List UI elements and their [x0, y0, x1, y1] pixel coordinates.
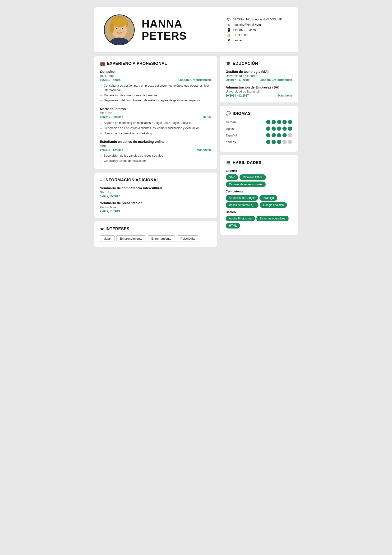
avatar	[104, 15, 135, 45]
education-icon: 🎓	[226, 61, 231, 66]
contact-phone: 📱 +44 1872 123456	[227, 28, 288, 32]
job-2-bullets: Soporte en marketing de resultados: Goog…	[100, 121, 211, 136]
lang-french: francés	[226, 140, 292, 144]
job-1: Consultor BC Group 09/2019 - ahora Londo…	[100, 70, 211, 103]
skill-tag: Microsoft Office	[240, 174, 266, 180]
interest-tags: viajar Emprendimiento Entrenamiento Psic…	[100, 235, 211, 242]
interests-title: ★ INTERESES	[100, 226, 211, 232]
job-3: Estudiante en activo de marketing online…	[100, 140, 211, 163]
interests-card: ★ INTERESES viajar Emprendimiento Entren…	[94, 221, 217, 247]
edu-1: Gestión de tecnología (MA) Universidad d…	[226, 70, 292, 82]
phone-icon: 📱	[227, 28, 231, 32]
skills-expert-tags: SAP Microsoft Office Canales de redes so…	[226, 174, 292, 187]
edu-1-meta: 09/2017 - 07/2019 London, Großbritannien	[226, 78, 292, 82]
skill-tag: Anuncios de Google	[226, 195, 258, 201]
additional-title: ≡ INFORMACIÓN ADICIONAL	[100, 178, 211, 183]
languages-icon: 💬	[226, 111, 231, 116]
contact-email: ✉ hannaha@gmail.com	[227, 23, 288, 27]
skills-title: 💻 HABILIDADES	[226, 160, 292, 165]
skill-tag: HTML	[226, 223, 240, 228]
additional-1: Seminario de competencia intercultural S…	[100, 186, 211, 198]
experience-icon: 💼	[100, 61, 105, 66]
edu-2-meta: 10/2013 - 02/2017 Mannheim	[226, 94, 292, 97]
interest-tag-1: viajar	[100, 235, 114, 242]
birthday-icon: 🎂	[227, 33, 231, 37]
additional-2: Seminario de presentación Hochschule 2 d…	[100, 201, 211, 213]
svg-point-5	[109, 23, 114, 33]
contact-birthday: 🎂 01.01.1989	[227, 33, 288, 37]
edu-2: Administración de Empresas (BA) Universi…	[226, 85, 292, 97]
experience-card: 💼 EXPERIENCIA PROFESIONAL Consultor BC G…	[94, 56, 217, 169]
additional-icon: ≡	[100, 178, 102, 183]
skill-tag: Canales de redes sociales	[226, 182, 266, 187]
contact-address: 🏠 58 Clifton Hill, London NW8 0QG, UK	[227, 18, 288, 21]
name-block: HANNA PETERS	[142, 18, 220, 42]
lang-spanish: Español	[226, 133, 292, 137]
header-card: HANNA PETERS 🏠 58 Clifton Hill, London N…	[94, 7, 298, 53]
lang-spanish-dots	[266, 133, 292, 137]
skill-tag: SAP	[226, 174, 238, 180]
experience-title: 💼 EXPERIENCIA PROFESIONAL	[100, 61, 211, 66]
interests-icon: ★	[100, 226, 104, 232]
lang-english: inglés	[226, 126, 292, 131]
left-column: 💼 EXPERIENCIA PROFESIONAL Consultor BC G…	[94, 56, 217, 247]
contact-block: 🏠 58 Clifton Hill, London NW8 0QG, UK ✉ …	[227, 18, 288, 42]
svg-point-8	[116, 28, 117, 29]
skills-competent-tags: Anuncios de Google InDesign Bases de dat…	[226, 195, 292, 208]
interest-tag-3: Entrenamiento	[148, 235, 175, 242]
education-card: 🎓 EDUCACIÓN Gestión de tecnología (MA) U…	[220, 56, 298, 103]
additional-card: ≡ INFORMACIÓN ADICIONAL Seminario de com…	[94, 172, 217, 218]
languages-card: 💬 IDIOMAS alemán inglés	[220, 106, 298, 152]
svg-point-11	[113, 30, 115, 32]
skill-tag: InDesign	[259, 195, 277, 201]
lang-english-dots	[266, 126, 292, 131]
address-icon: 🏠	[227, 18, 231, 21]
skill-tag: Sistemas operativos	[256, 216, 289, 221]
job-1-bullets: Consultoría de gestión para empresas del…	[100, 84, 211, 103]
job-3-meta: 07/2015 - 12/2016 Mannheim	[100, 148, 211, 152]
right-column: 🎓 EDUCACIÓN Gestión de tecnología (MA) U…	[220, 56, 298, 247]
interest-tag-4: Psicología	[177, 235, 198, 242]
job-3-bullets: Supervisión de los canales de redes soci…	[100, 153, 211, 163]
list-item: Supervisión de los canales de redes soci…	[104, 153, 211, 158]
lang-german-dots	[266, 120, 292, 124]
list-item: Seguimiento del cumplimiento de métodos …	[104, 98, 211, 103]
job-2: Mercado interno StartUpp 03/2017 - 08/20…	[100, 107, 211, 136]
resume-container: HANNA PETERS 🏠 58 Clifton Hill, London N…	[94, 7, 298, 247]
skill-tag: Google analítico	[260, 202, 287, 208]
interest-tag-2: Emprendimiento	[116, 235, 146, 242]
job-1-meta: 09/2019 - ahora London, Großbritannien	[100, 78, 211, 82]
list-item: Generación de encuestas a clientes, así …	[104, 126, 211, 131]
lang-french-dots	[266, 140, 292, 144]
list-item: Consultoría de gestión para empresas del…	[104, 84, 211, 93]
languages-title: 💬 IDIOMAS	[226, 111, 292, 116]
job-2-meta: 03/2017 - 08/2017 Berlin	[100, 116, 211, 119]
lang-german: alemán	[226, 120, 292, 124]
list-item: Moderación de correcciones de jornadas	[104, 93, 211, 98]
social-icon: ✖	[227, 38, 231, 42]
skills-basic-tags: Adobe Photoshop Sistemas operativos HTML	[226, 216, 292, 228]
skill-tag: Bases de datos SQL	[226, 202, 258, 208]
svg-point-9	[122, 28, 123, 29]
svg-point-4	[112, 17, 127, 27]
contact-social: ✖ hannas	[227, 38, 288, 42]
skills-card: 💻 HABILIDADES Experto SAP Microsoft Offi…	[220, 155, 298, 235]
body-columns: 💼 EXPERIENCIA PROFESIONAL Consultor BC G…	[94, 56, 298, 247]
svg-point-12	[123, 30, 125, 32]
list-item: Creación y diseño de newsletter	[104, 159, 211, 163]
list-item: Soporte en marketing de resultados: Goog…	[104, 121, 211, 125]
skills-icon: 💻	[226, 160, 231, 165]
education-title: 🎓 EDUCACIÓN	[226, 61, 292, 66]
skill-tag: Adobe Photoshop	[226, 216, 255, 221]
list-item: Diseño de documentos de marketing	[104, 131, 211, 136]
full-name: HANNA PETERS	[142, 18, 220, 42]
email-icon: ✉	[227, 23, 231, 27]
